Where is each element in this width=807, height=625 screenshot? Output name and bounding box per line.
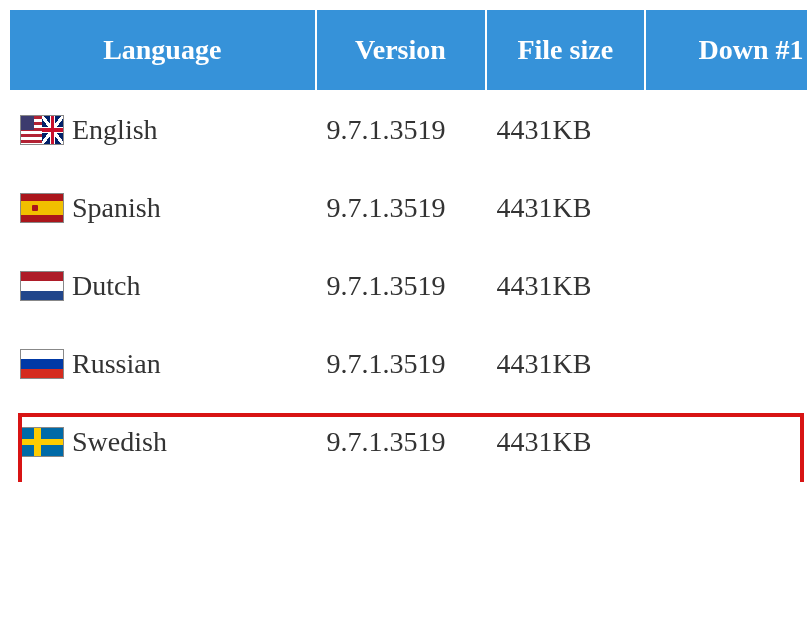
version-value: 9.7.1.3519: [317, 248, 485, 324]
language-label: Russian: [72, 348, 161, 380]
language-label: Spanish: [72, 192, 161, 224]
table-body: English 9.7.1.3519 4431KB Spanish: [10, 92, 807, 480]
download-cell[interactable]: [646, 170, 807, 246]
header-download: Down #1: [646, 10, 807, 90]
file-size-value: 4431KB: [487, 248, 645, 324]
flag-english-icon: [20, 115, 64, 145]
file-size-value: 4431KB: [487, 92, 645, 168]
flag-spanish-icon: [20, 193, 64, 223]
table-row[interactable]: Spanish 9.7.1.3519 4431KB: [10, 170, 807, 246]
version-value: 9.7.1.3519: [317, 326, 485, 402]
file-size-value: 4431KB: [487, 170, 645, 246]
download-cell[interactable]: [646, 92, 807, 168]
table-row-highlighted[interactable]: Russian 9.7.1.3519 4431KB: [10, 326, 807, 402]
flag-russian-icon: [20, 349, 64, 379]
flag-swedish-icon: [20, 427, 64, 457]
language-label: Dutch: [72, 270, 140, 302]
table-row[interactable]: Swedish 9.7.1.3519 4431KB: [10, 404, 807, 480]
table-header-row: Language Version File size Down #1: [10, 10, 807, 90]
version-value: 9.7.1.3519: [317, 92, 485, 168]
download-cell[interactable]: [646, 404, 807, 480]
language-label: English: [72, 114, 158, 146]
header-file-size: File size: [487, 10, 645, 90]
downloads-table: Language Version File size Down #1 Engli…: [8, 8, 807, 482]
header-language: Language: [10, 10, 315, 90]
version-value: 9.7.1.3519: [317, 404, 485, 480]
header-version: Version: [317, 10, 485, 90]
table-row[interactable]: English 9.7.1.3519 4431KB: [10, 92, 807, 168]
downloads-table-container: Language Version File size Down #1 Engli…: [8, 8, 807, 482]
download-cell[interactable]: [646, 326, 807, 402]
download-cell[interactable]: [646, 248, 807, 324]
file-size-value: 4431KB: [487, 404, 645, 480]
language-label: Swedish: [72, 426, 167, 458]
file-size-value: 4431KB: [487, 326, 645, 402]
table-row[interactable]: Dutch 9.7.1.3519 4431KB: [10, 248, 807, 324]
version-value: 9.7.1.3519: [317, 170, 485, 246]
flag-dutch-icon: [20, 271, 64, 301]
